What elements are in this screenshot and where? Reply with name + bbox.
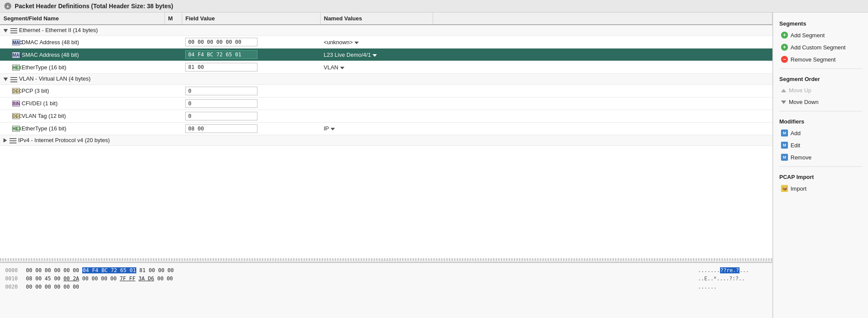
section-name-text: IPv4 - Internet Protocol v4 (20 bytes) [18, 137, 110, 143]
field-named-cell [320, 84, 433, 97]
modifier-add-label: Add [791, 130, 800, 136]
svg-rect-8 [10, 143, 16, 143]
field-value-cell[interactable] [182, 61, 320, 74]
field-value-input[interactable] [185, 50, 257, 59]
field-value-input[interactable] [185, 63, 257, 71]
move-up-label: Move Up [789, 87, 811, 94]
remove-segment-button[interactable]: − Remove Segment [779, 55, 862, 64]
field-value-cell[interactable] [182, 49, 320, 61]
hex-offset-1: 0010 [5, 275, 23, 283]
field-named-cell: <unknown> [320, 36, 433, 49]
svg-rect-2 [10, 32, 17, 33]
dec-icon: DEC [12, 88, 20, 94]
modifier-add-button[interactable]: M Add [779, 128, 862, 138]
add-custom-segment-button[interactable]: + Add Custom Segment [779, 42, 862, 52]
col-header-named: Named Values [320, 13, 433, 25]
collapse-icon[interactable]: ▲ [4, 3, 11, 10]
field-name-text: EtherType (16 bit) [22, 125, 66, 132]
table-row[interactable]: Ethernet - Ethernet II (14 bytes) [0, 25, 772, 36]
hex-line-1: 0010 08 00 45 00 00 2A 00 00 00 00 7F FF… [5, 275, 767, 283]
sidebar-section-modifiers: Modifiers [779, 118, 862, 125]
field-extra-cell [433, 36, 772, 49]
field-value-input[interactable] [185, 112, 257, 120]
field-extra-cell [433, 84, 772, 97]
modifier-edit-button[interactable]: M Edit [779, 140, 862, 150]
table-header-row: Segment/Field Name M Field Value Named V… [0, 13, 772, 25]
sidebar-section-pcap: PCAP Import [779, 174, 862, 180]
move-down-button[interactable]: Move Down [779, 97, 862, 107]
move-up-button[interactable]: Move Up [779, 86, 862, 95]
sidebar-section-order: Segment Order [779, 76, 862, 82]
field-m-cell [164, 49, 182, 61]
named-value-dropdown-arrow[interactable] [354, 42, 359, 44]
field-name-cell: DECPCP (3 bit) [0, 84, 164, 97]
section-name-text: VLAN - Virtual LAN (4 bytes) [19, 75, 90, 82]
hex-bytes-1: 08 00 45 00 00 2A 00 00 00 00 7F FF 3A D… [26, 275, 694, 283]
hex-ascii-1: ..E..*....?:?.. [698, 275, 767, 283]
section-name-cell: Ethernet - Ethernet II (14 bytes) [0, 25, 772, 36]
expand-icon[interactable] [3, 78, 8, 81]
modifier-remove-label: Remove [791, 154, 811, 161]
col-header-m: M [164, 13, 182, 25]
field-name-cell: HEXEtherType (16 bit) [0, 61, 164, 74]
mac-icon: MAC [12, 52, 20, 58]
named-value-dropdown-arrow[interactable] [373, 54, 377, 57]
table-row[interactable]: MACDMAC Address (48 bit)<unknown> [0, 36, 772, 49]
field-value-input[interactable] [185, 87, 257, 95]
hex-icon: HEX [12, 126, 20, 132]
sidebar-divider-2 [779, 111, 862, 111]
svg-rect-4 [10, 79, 17, 80]
field-name-cell: BINCFI/DEI (1 bit) [0, 97, 164, 110]
field-m-cell [164, 110, 182, 122]
field-extra-cell [433, 49, 772, 61]
field-extra-cell [433, 97, 772, 110]
table-row[interactable]: VLAN - Virtual LAN (4 bytes) [0, 74, 772, 84]
hex-line-0: 0000 00 00 00 00 00 00 04 F4 BC 72 65 01… [5, 266, 767, 275]
modifier-remove-button[interactable]: M Remove [779, 153, 862, 162]
field-name-text: PCP (3 bit) [22, 88, 49, 94]
table-row[interactable]: MACSMAC Address (48 bit)L23 Live Demo/4/… [0, 49, 772, 61]
segment-lines-icon [10, 76, 17, 83]
table-row[interactable]: BINCFI/DEI (1 bit) [0, 97, 772, 110]
table-row[interactable]: HEXEtherType (16 bit)VLAN [0, 61, 772, 74]
move-down-label: Move Down [789, 99, 819, 105]
expand-icon[interactable] [3, 29, 8, 32]
field-value-input[interactable] [185, 38, 257, 46]
table-row[interactable]: IPv4 - Internet Protocol v4 (20 bytes) [0, 135, 772, 146]
add-segment-button[interactable]: + Add Segment [779, 30, 862, 40]
named-value-dropdown-arrow[interactable] [331, 128, 335, 130]
field-value-cell[interactable] [182, 110, 320, 122]
svg-rect-6 [10, 138, 16, 139]
hex-dump-resize-handle[interactable]: · · · · · [0, 258, 772, 261]
pcap-import-button[interactable]: 📦 Import [779, 184, 862, 193]
field-value-cell[interactable] [182, 36, 320, 49]
field-m-cell [164, 84, 182, 97]
field-value-input[interactable] [185, 124, 257, 133]
segment-lines-icon [10, 27, 17, 34]
hex-underline-1c: 3A D6 [138, 276, 154, 282]
sidebar-divider-1 [779, 68, 862, 69]
field-value-cell[interactable] [182, 97, 320, 110]
named-value-dropdown-arrow[interactable] [340, 67, 344, 69]
table-row[interactable]: DECPCP (3 bit) [0, 84, 772, 97]
hex-ascii-2: ...... [698, 283, 767, 291]
svg-rect-5 [10, 81, 17, 82]
svg-rect-7 [10, 140, 16, 141]
named-value-text: IP [324, 125, 329, 132]
named-value-text: VLAN [324, 64, 338, 71]
field-value-cell[interactable] [182, 122, 320, 135]
main-content: Segment/Field Name M Field Value Named V… [0, 13, 868, 318]
field-extra-cell [433, 61, 772, 74]
hex-line-2: 0020 00 00 00 00 00 00 ...... [5, 283, 767, 291]
section-name-cell: VLAN - Virtual LAN (4 bytes) [0, 74, 772, 84]
table-row[interactable]: HEXEtherType (16 bit)IP [0, 122, 772, 135]
modifier-edit-icon: M [781, 142, 788, 149]
add-segment-label: Add Segment [791, 32, 825, 39]
field-value-cell[interactable] [182, 84, 320, 97]
left-panel: Segment/Field Name M Field Value Named V… [0, 13, 773, 318]
expand-icon[interactable] [3, 138, 7, 143]
table-row[interactable]: DECVLAN Tag (12 bit) [0, 110, 772, 122]
field-value-input[interactable] [185, 99, 257, 108]
title-bar: ▲ Packet Header Definitions (Total Heade… [0, 0, 868, 13]
field-named-cell [320, 110, 433, 122]
